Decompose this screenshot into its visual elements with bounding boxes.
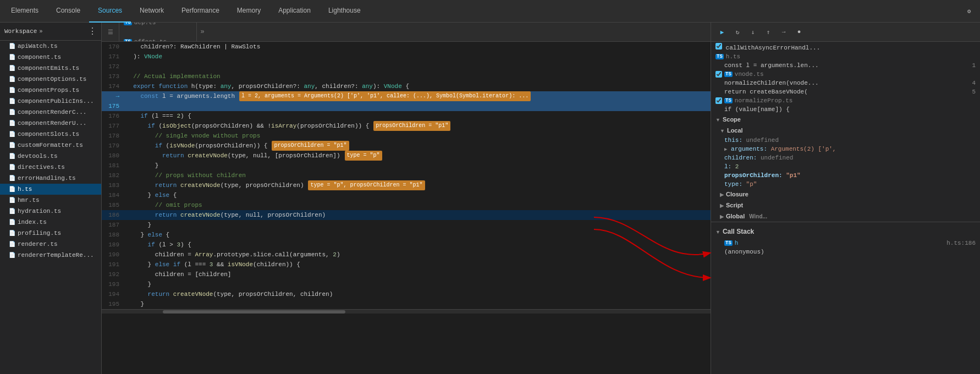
right-panel-content: callWithAsyncErrorHandl... TS h.ts const… (711, 42, 980, 374)
deactivate-breakpoints-button[interactable]: ● (792, 25, 806, 38)
file-item[interactable]: 📄hmr.ts (0, 195, 101, 206)
code-line[interactable]: 170 children?: RawChildren | RawSlots (102, 42, 711, 52)
file-item[interactable]: 📄errorHandling.ts (0, 173, 101, 184)
code-line[interactable]: 183 return createVNode(type, propsOrChil… (102, 180, 711, 190)
code-line[interactable]: 174 export function h(type: any, propsOr… (102, 81, 711, 91)
file-item[interactable]: 📄devtools.ts (0, 151, 101, 162)
code-line[interactable]: 171 ): VNode (102, 52, 711, 62)
code-line[interactable]: 191 } else if (l === 3 && isVNode(childr… (102, 260, 711, 270)
code-line[interactable]: 185 // omit props (102, 200, 711, 210)
code-line[interactable]: 195 } (102, 299, 711, 309)
file-icon: 📄 (9, 219, 15, 226)
file-icon: 📄 (9, 142, 15, 148)
more-tabs-button[interactable]: » (197, 28, 207, 36)
normalizeprop-checkbox[interactable] (715, 97, 722, 104)
file-item[interactable]: 📄profiling.ts (0, 228, 101, 239)
sidebar-more-button[interactable]: ⋮ (88, 26, 97, 37)
file-item[interactable]: 📄apiWatch.ts (0, 41, 101, 52)
callwith-async-item[interactable]: callWithAsyncErrorHandl... (711, 42, 980, 52)
tab-elements[interactable]: Elements (2, 0, 47, 23)
code-line[interactable]: 176 if (l === 2) { (102, 111, 711, 121)
scope-expand-icon (715, 116, 720, 123)
vnode-checkbox[interactable] (715, 71, 722, 78)
tab-memory[interactable]: Memory (228, 0, 269, 23)
code-line[interactable]: 190 children = Array.prototype.slice.cal… (102, 250, 711, 260)
file-item[interactable]: 📄componentProps.ts (0, 85, 101, 96)
call-stack-header[interactable]: Call Stack (711, 224, 980, 239)
scrollbar-thumb[interactable] (163, 310, 345, 314)
code-line[interactable]: 188 } else { (102, 230, 711, 240)
line-content: // omit props (124, 200, 711, 210)
tab-performance[interactable]: Performance (173, 0, 228, 23)
vnode-line2[interactable]: return createBaseVNode( 5 (711, 87, 980, 96)
file-item[interactable]: 📄componentRenderU... (0, 118, 101, 129)
step-out-button[interactable]: ⇑ (762, 25, 775, 38)
sidebar-chevron-icon[interactable]: » (39, 29, 42, 35)
code-line[interactable]: 173 // Actual implementation (102, 72, 711, 81)
code-line[interactable]: 194 return createVNode(type, propsOrChil… (102, 289, 711, 299)
call-stack-h-item[interactable]: TS h h.ts:186 (711, 239, 980, 248)
sidebar-toggle-button[interactable]: ☰ (102, 23, 119, 42)
editor-tab[interactable]: TS dep.ts (119, 23, 197, 32)
file-item[interactable]: 📄hydration.ts (0, 206, 101, 217)
code-line[interactable]: → 175 const l = arguments.lengthl = 2, a… (102, 91, 711, 111)
scope-arguments[interactable]: arguments: Arguments(2) ['p', (711, 145, 980, 153)
tab-console[interactable]: Console (47, 0, 89, 23)
file-item[interactable]: 📄rendererTemplateRe... (0, 250, 101, 261)
normalizeprop-line1[interactable]: if (value[name]) { (711, 105, 980, 114)
editor-tab[interactable]: TS effect.ts (119, 32, 197, 42)
code-line[interactable]: 192 children = [children] (102, 270, 711, 279)
global-section-header[interactable]: Global Wind... (711, 211, 980, 222)
step-button[interactable]: → (777, 25, 790, 38)
tab-lighthouse[interactable]: Lighthouse (320, 0, 370, 23)
horizontal-scrollbar[interactable] (102, 309, 711, 314)
code-line[interactable]: 178 // single vnode without props (102, 131, 711, 141)
code-line[interactable]: 184 } else { (102, 190, 711, 200)
file-item[interactable]: 📄componentRenderC... (0, 107, 101, 118)
code-line[interactable]: 187 } (102, 220, 711, 230)
vnode-line2-content: return createBaseVNode( (724, 89, 808, 95)
code-line[interactable]: 179 if (isVNode(propsOrChildren)) {props… (102, 141, 711, 151)
code-line[interactable]: 180 return createVNode(type, null, [prop… (102, 151, 711, 161)
callwith-checkbox[interactable] (715, 43, 722, 50)
line-content: // single vnode without props (124, 131, 711, 141)
code-line[interactable]: 189 if (l > 3) { (102, 240, 711, 250)
tab-application[interactable]: Application (269, 0, 320, 23)
code-line[interactable]: 172 (102, 62, 711, 72)
file-item[interactable]: 📄customFormatter.ts (0, 140, 101, 151)
settings-button[interactable]: ⚙ (960, 2, 978, 20)
tab-network[interactable]: Network (131, 0, 173, 23)
code-line[interactable]: 193 } (102, 279, 711, 289)
step-into-button[interactable]: ⇓ (746, 25, 759, 38)
file-item[interactable]: 📄componentSlots.ts (0, 129, 101, 140)
file-item[interactable]: 📄component.ts (0, 52, 101, 63)
tab-sources[interactable]: Sources (89, 0, 131, 23)
line-number: 170 (102, 42, 124, 52)
code-line[interactable]: 186 return createVNode(type, null, props… (102, 210, 711, 220)
editor-tabs-list: TS contentScript.jsTS normalizeProp.tsTS… (119, 23, 197, 42)
file-item[interactable]: 📄componentOptions.ts (0, 74, 101, 85)
file-icon: 📄 (9, 87, 15, 94)
arguments-expand-icon[interactable] (724, 146, 727, 152)
local-section-header[interactable]: Local (711, 125, 980, 136)
code-line[interactable]: 182 // props without children (102, 170, 711, 180)
file-item[interactable]: 📄directives.ts (0, 162, 101, 173)
hts-line[interactable]: const l = arguments.len... 1 (711, 61, 980, 70)
line-content: } (124, 220, 711, 230)
resume-button[interactable]: ▶ (715, 25, 729, 38)
code-line[interactable]: 177 if (isObject(propsOrChildren) && !is… (102, 121, 711, 131)
file-item[interactable]: 📄componentEmits.ts (0, 63, 101, 74)
file-item[interactable]: 📄renderer.ts (0, 239, 101, 250)
script-section-header[interactable]: Script (711, 200, 980, 211)
line-content: return createVNode(type, null, [propsOrC… (124, 151, 711, 161)
file-item[interactable]: 📄index.ts (0, 217, 101, 228)
closure-section-header[interactable]: Closure (711, 189, 980, 200)
scope-section-header[interactable]: Scope (711, 114, 980, 125)
file-item[interactable]: 📄componentPublicIns... (0, 96, 101, 107)
call-stack-anonymous-item[interactable]: (anonymous) (711, 248, 980, 256)
file-item[interactable]: 📄h.ts (0, 184, 101, 195)
vnode-line1[interactable]: normalizeChildren(vnode... 4 (711, 79, 980, 87)
code-editor[interactable]: 170 children?: RawChildren | RawSlots171… (102, 42, 711, 374)
code-line[interactable]: 181 } (102, 161, 711, 170)
step-over-button[interactable]: ↻ (731, 25, 744, 38)
